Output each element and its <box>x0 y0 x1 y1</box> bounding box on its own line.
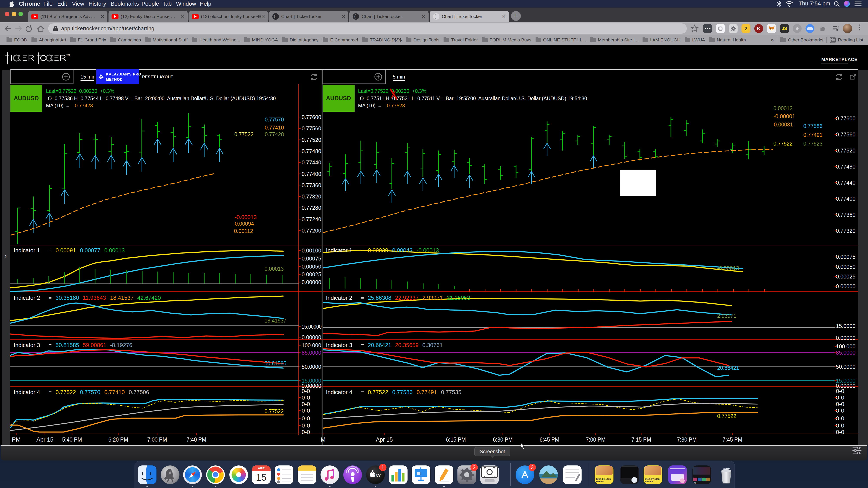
svg-text:42.67420: 42.67420 <box>137 295 161 301</box>
svg-text:0.77523: 0.77523 <box>803 140 823 147</box>
svg-text:0.00075: 0.00075 <box>836 254 856 260</box>
svg-text:0.00050: 0.00050 <box>302 263 321 270</box>
svg-text:=: = <box>361 342 364 348</box>
svg-text:0.77586: 0.77586 <box>392 389 412 395</box>
svg-text:15.00000: 15.00000 <box>302 323 321 330</box>
svg-text:Last=0.77522 0.00230 +0.3%: Last=0.77522 0.00230 +0.3% <box>46 88 114 94</box>
svg-text:TM: TM <box>66 54 70 56</box>
svg-text:0.77440: 0.77440 <box>836 180 856 186</box>
svg-text:0.77280: 0.77280 <box>302 204 321 211</box>
svg-text:-0.00013: -0.00013 <box>416 247 439 254</box>
svg-text:7:00 PM: 7:00 PM <box>586 436 606 443</box>
svg-text:100.000: 100.000 <box>302 342 321 349</box>
svg-text:0-0: 0-0 <box>302 401 310 407</box>
svg-text:31.25053: 31.25053 <box>447 295 470 301</box>
svg-text:0.77522: 0.77522 <box>773 140 793 147</box>
svg-text:6:20 PM: 6:20 PM <box>108 436 128 443</box>
svg-text:0.00031: 0.00031 <box>774 121 793 128</box>
svg-text:0.77560: 0.77560 <box>302 125 321 132</box>
svg-text:0.77320: 0.77320 <box>836 228 856 234</box>
svg-text:Apr 15: Apr 15 <box>376 436 393 443</box>
svg-text:0-0: 0-0 <box>836 407 844 414</box>
svg-text:PM: PM <box>12 436 21 443</box>
svg-text:AUDUSD: AUDUSD <box>14 95 39 101</box>
svg-text:0-0: 0-0 <box>302 415 310 422</box>
svg-text:0.00091: 0.00091 <box>56 247 76 254</box>
svg-text:6:30 PM: 6:30 PM <box>493 436 513 443</box>
svg-text:0-0: 0-0 <box>836 401 844 407</box>
svg-text:0.77240: 0.77240 <box>302 216 321 223</box>
svg-text:=: = <box>49 247 52 254</box>
svg-text:18.41537: 18.41537 <box>110 295 133 301</box>
svg-text:Indicator 2: Indicator 2 <box>326 295 352 301</box>
svg-text:Indicator 3: Indicator 3 <box>14 342 40 348</box>
svg-text:0.00000: 0.00000 <box>302 334 321 340</box>
svg-text:0.77560: 0.77560 <box>836 131 856 138</box>
svg-text:RESET LAYOUT: RESET LAYOUT <box>142 75 173 79</box>
svg-text:0.77491: 0.77491 <box>416 389 437 395</box>
svg-text:0.00000: 0.00000 <box>836 283 856 290</box>
svg-text:0-0: 0-0 <box>302 394 310 401</box>
svg-text:2.93971: 2.93971 <box>422 295 443 301</box>
svg-text:6:15 PM: 6:15 PM <box>446 436 466 443</box>
svg-text:0-0: 0-0 <box>302 422 310 429</box>
svg-text:0.77522: 0.77522 <box>368 389 388 395</box>
svg-text:0.77520: 0.77520 <box>836 147 856 154</box>
svg-text:20.66421: 20.66421 <box>368 342 391 348</box>
svg-text:0.00030: 0.00030 <box>368 247 388 254</box>
svg-text:20.35659: 20.35659 <box>395 342 418 348</box>
svg-text:Indicator 1: Indicator 1 <box>14 247 40 254</box>
svg-text:0.77570: 0.77570 <box>265 116 284 123</box>
svg-text:30.35180: 30.35180 <box>56 295 79 301</box>
svg-text:50.81585: 50.81585 <box>56 342 79 348</box>
svg-text:0.77480: 0.77480 <box>302 148 321 155</box>
svg-text:2.93971: 2.93971 <box>717 313 736 319</box>
svg-text:0.00094: 0.00094 <box>235 220 254 227</box>
svg-text:=: = <box>361 295 364 301</box>
svg-text:0.77506: 0.77506 <box>129 389 149 395</box>
svg-text:0.77600: 0.77600 <box>302 114 321 120</box>
svg-text:0.00012: 0.00012 <box>773 105 793 111</box>
svg-text:0.77535: 0.77535 <box>441 389 461 395</box>
svg-text:=: = <box>49 295 52 301</box>
svg-text:0.77520: 0.77520 <box>302 137 321 143</box>
svg-text:Indicator 2: Indicator 2 <box>14 295 40 301</box>
svg-text:0.77522: 0.77522 <box>235 131 253 137</box>
svg-text:=: = <box>49 342 52 348</box>
svg-text:0.00100: 0.00100 <box>302 247 321 254</box>
svg-text:0.77400: 0.77400 <box>302 171 321 177</box>
svg-text:MA (10) =: MA (10) = <box>46 103 70 108</box>
svg-text:Apr 15: Apr 15 <box>36 436 53 443</box>
svg-text:-0.00013: -0.00013 <box>235 214 257 220</box>
svg-text:0-0: 0-0 <box>836 388 844 394</box>
svg-text:5 min: 5 min <box>393 74 405 79</box>
svg-text:0.00025: 0.00025 <box>836 273 856 280</box>
svg-text:MA (10) =: MA (10) = <box>358 103 382 108</box>
svg-text:0-0: 0-0 <box>302 429 310 435</box>
svg-text:METHOD: METHOD <box>106 77 123 82</box>
svg-text:=: = <box>49 389 52 395</box>
svg-text:0.77600: 0.77600 <box>836 115 856 122</box>
svg-text:0.77400: 0.77400 <box>836 195 856 202</box>
svg-text:0.77522: 0.77522 <box>717 413 736 419</box>
svg-text:0.77586: 0.77586 <box>803 123 823 129</box>
svg-text:›: › <box>4 251 7 260</box>
svg-text:85.0000: 85.0000 <box>836 349 856 356</box>
svg-text:0.00043: 0.00043 <box>392 247 412 254</box>
svg-text:0-0: 0-0 <box>836 429 844 435</box>
svg-text:Indicator 1: Indicator 1 <box>326 247 352 254</box>
svg-text:25.86308: 25.86308 <box>368 295 391 301</box>
svg-text:0-0: 0-0 <box>836 415 844 422</box>
svg-text:Indicator 4: Indicator 4 <box>326 389 352 395</box>
svg-text:-8.19276: -8.19276 <box>110 342 132 348</box>
svg-text:=: = <box>361 389 364 395</box>
svg-text:0.00000: 0.00000 <box>836 335 856 341</box>
svg-text:0.77428: 0.77428 <box>265 131 284 137</box>
svg-text:100.000: 100.000 <box>836 343 856 350</box>
svg-text:0-0: 0-0 <box>302 388 310 394</box>
svg-text:-0.00013: -0.00013 <box>717 265 739 271</box>
svg-text:tv: tv <box>376 472 381 478</box>
svg-text:50.0000: 50.0000 <box>302 363 321 370</box>
svg-text:85.0000: 85.0000 <box>302 349 321 356</box>
svg-text:0.77570: 0.77570 <box>80 389 100 395</box>
